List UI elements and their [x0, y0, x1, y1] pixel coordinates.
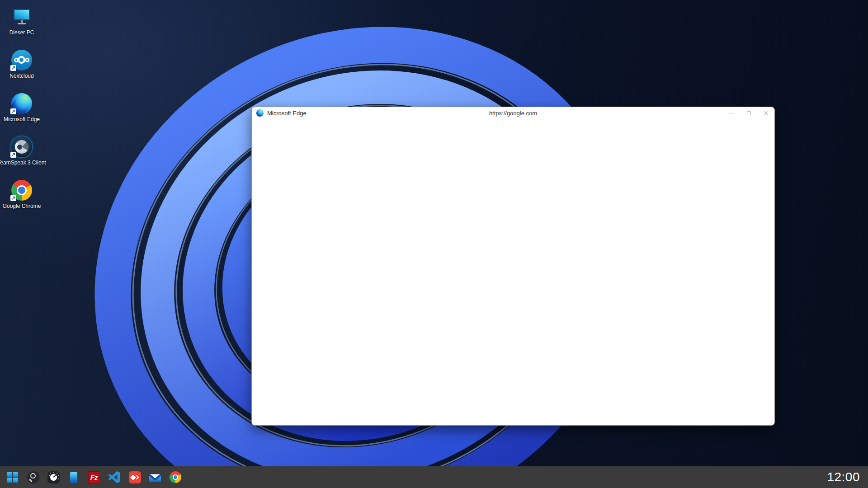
edge-icon	[256, 109, 264, 117]
window-url-text: https://google.com	[252, 110, 774, 117]
window-title: Microsoft Edge	[267, 110, 307, 117]
desktop-icon-label: Microsoft Edge	[4, 116, 40, 122]
filezilla-button[interactable]: Fz	[88, 471, 100, 483]
desktop-icon-microsoft-edge[interactable]: Microsoft Edge	[0, 89, 43, 133]
computer-monitor-icon	[11, 6, 32, 27]
shortcut-arrow-icon	[10, 195, 16, 201]
maximize-button[interactable]	[740, 107, 757, 119]
start-button[interactable]	[6, 471, 19, 483]
desktop-icon-nextcloud[interactable]: Nextcloud	[0, 46, 43, 89]
desktop-icon-column: Dieser PC Nextcloud Microsoft Edge	[0, 3, 43, 220]
minimize-icon	[729, 113, 734, 113]
diamond-chevron-icon	[129, 471, 141, 483]
phone-icon	[70, 472, 77, 483]
edge-window: Microsoft Edge https://google.com	[251, 107, 775, 426]
desktop-icon-dieser-pc[interactable]: Dieser PC	[0, 3, 43, 46]
desktop-icon-label: Google Chrome	[3, 203, 41, 209]
windows-start-icon	[7, 472, 18, 483]
close-icon	[764, 111, 769, 116]
desktop-icon-google-chrome[interactable]: Google Chrome	[0, 176, 43, 220]
mail-envelope-icon	[149, 473, 161, 482]
search-button[interactable]	[27, 471, 39, 483]
speedometer-gauge-icon	[47, 471, 60, 483]
vscode-button[interactable]	[108, 471, 121, 483]
vscode-icon	[108, 471, 120, 483]
teamspeak-icon	[11, 136, 32, 157]
close-button[interactable]	[757, 107, 774, 119]
shortcut-arrow-icon	[10, 108, 16, 114]
chrome-icon	[11, 180, 32, 201]
taskbar-clock[interactable]: 12:00	[827, 470, 868, 484]
edge-icon	[11, 93, 32, 114]
maximize-icon	[747, 111, 751, 115]
taskbar-items: Fz	[0, 471, 182, 483]
gauge-app-button[interactable]	[47, 471, 60, 483]
desktop-icon-label: Dieser PC	[9, 29, 34, 36]
mail-button[interactable]	[149, 471, 161, 483]
chrome-taskbar-button[interactable]	[169, 471, 182, 483]
minimize-button[interactable]	[723, 107, 740, 119]
desktop-icon-label: Nextcloud	[9, 73, 33, 79]
filezilla-icon: Fz	[88, 471, 100, 483]
desktop-icon-teamspeak[interactable]: TeamSpeak 3 Client	[0, 133, 43, 176]
desktop-background: Dieser PC Nextcloud Microsoft Edge	[0, 0, 868, 488]
search-icon	[27, 471, 39, 483]
window-controls	[723, 107, 774, 119]
nextcloud-icon	[11, 50, 32, 70]
shortcut-arrow-icon	[10, 152, 16, 158]
phone-link-button[interactable]	[67, 471, 80, 483]
remote-app-button[interactable]	[128, 471, 141, 483]
browser-page-content	[252, 119, 774, 425]
chrome-icon	[170, 471, 181, 483]
taskbar: Fz	[0, 466, 868, 488]
desktop-icon-label: TeamSpeak 3 Client	[0, 160, 46, 166]
window-titlebar[interactable]: Microsoft Edge https://google.com	[252, 107, 774, 119]
shortcut-arrow-icon	[10, 65, 16, 71]
